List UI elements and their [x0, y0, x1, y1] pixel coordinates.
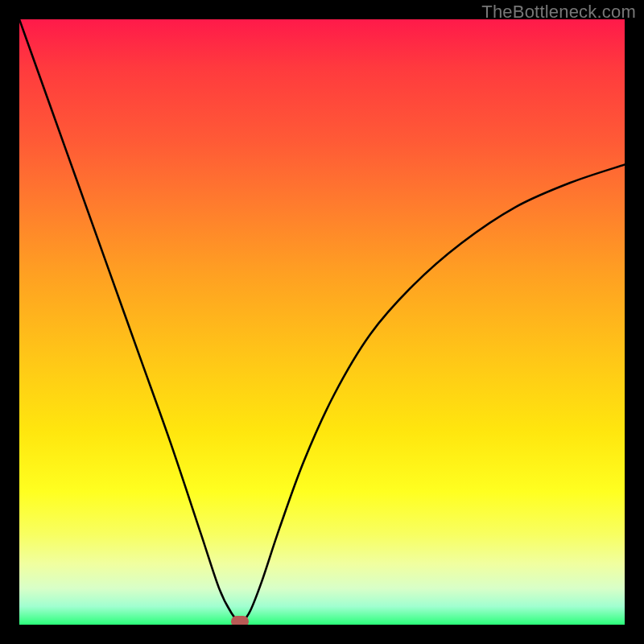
optimal-point-marker — [231, 616, 249, 625]
plot-area — [19, 19, 625, 625]
chart-frame: TheBottleneck.com — [0, 0, 644, 644]
bottleneck-curve — [19, 19, 625, 625]
watermark-text: TheBottleneck.com — [481, 2, 636, 23]
